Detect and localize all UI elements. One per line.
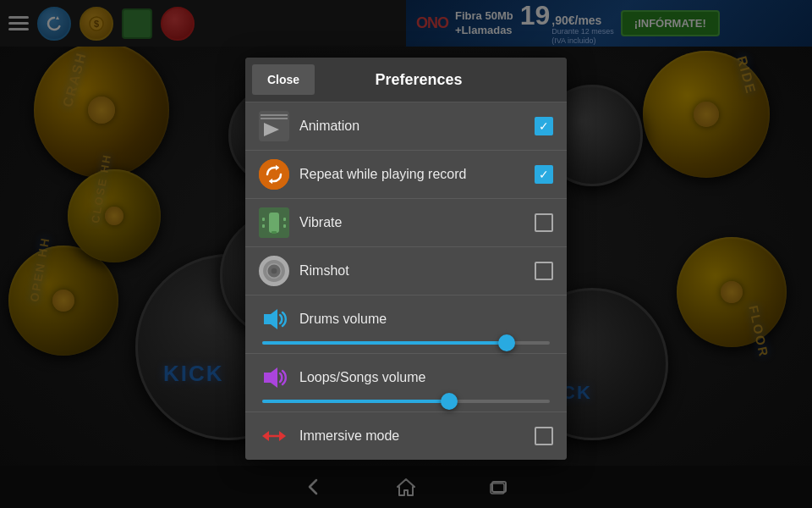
svg-marker-25 <box>279 431 286 441</box>
preference-repeat[interactable]: Repeat while playing record ✓ <box>245 151 567 199</box>
svg-rect-13 <box>269 213 279 233</box>
vibrate-label: Vibrate <box>299 215 535 230</box>
loops-volume-icon <box>259 362 289 393</box>
rimshot-checkbox[interactable] <box>535 262 553 280</box>
svg-rect-6 <box>261 114 288 116</box>
rimshot-icon <box>259 256 289 286</box>
svg-rect-7 <box>261 118 288 119</box>
vibrate-checkbox[interactable] <box>535 213 553 232</box>
svg-rect-18 <box>272 231 277 234</box>
preference-vibrate[interactable]: Vibrate <box>245 199 567 247</box>
drums-volume-slider[interactable] <box>259 334 553 345</box>
rimshot-label: Rimshot <box>299 263 535 279</box>
svg-marker-24 <box>262 431 269 441</box>
svg-marker-23 <box>264 367 277 388</box>
immersive-label: Immersive mode <box>299 428 535 444</box>
preferences-header: Close Preferences <box>245 58 567 102</box>
vibrate-icon <box>259 207 289 238</box>
preferences-panel: Close Preferences Animation ✓ <box>245 58 567 460</box>
svg-rect-15 <box>262 224 265 228</box>
close-button[interactable]: Close <box>252 64 315 95</box>
preferences-title: Preferences <box>321 71 567 89</box>
drums-volume-label: Drums volume <box>299 312 553 327</box>
animation-icon <box>259 111 289 141</box>
svg-point-21 <box>272 268 277 274</box>
repeat-checkbox[interactable]: ✓ <box>535 165 553 184</box>
loops-volume-label: Loops/Songs volume <box>299 370 553 385</box>
svg-rect-17 <box>283 224 286 228</box>
svg-point-9 <box>259 159 289 190</box>
repeat-label: Repeat while playing record <box>299 167 535 182</box>
repeat-icon <box>259 159 289 190</box>
preference-rimshot[interactable]: Rimshot <box>245 247 567 295</box>
preference-immersive[interactable]: Immersive mode <box>245 412 567 460</box>
animation-checkbox[interactable]: ✓ <box>535 117 553 135</box>
immersive-icon <box>259 421 289 451</box>
preference-loops-volume: Loops/Songs volume <box>245 354 567 412</box>
svg-rect-16 <box>283 218 286 221</box>
immersive-checkbox[interactable] <box>535 427 553 445</box>
preference-drums-volume: Drums volume <box>245 295 567 354</box>
svg-marker-22 <box>264 309 277 329</box>
drums-volume-icon <box>259 304 289 334</box>
preferences-body: Animation ✓ Repeat while playing record <box>245 102 567 460</box>
preference-animation[interactable]: Animation ✓ <box>245 102 567 151</box>
svg-rect-14 <box>262 218 265 221</box>
animation-label: Animation <box>299 119 535 134</box>
loops-volume-slider[interactable] <box>259 393 553 403</box>
